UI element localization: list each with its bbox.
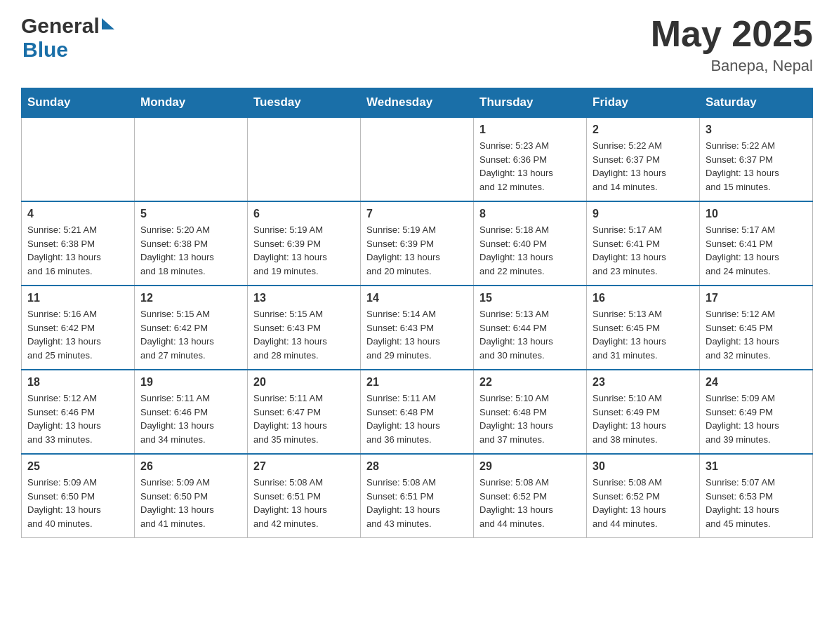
logo: General Blue <box>21 14 114 62</box>
day-number: 11 <box>27 292 128 304</box>
table-row: 14Sunrise: 5:14 AMSunset: 6:43 PMDayligh… <box>361 286 474 370</box>
day-number: 28 <box>366 460 468 473</box>
table-row: 30Sunrise: 5:08 AMSunset: 6:52 PMDayligh… <box>587 454 700 538</box>
title-area: May 2025 Banepa, Nepal <box>651 14 813 75</box>
table-row: 2Sunrise: 5:22 AMSunset: 6:37 PMDaylight… <box>587 117 700 201</box>
day-info: Sunrise: 5:22 AMSunset: 6:37 PMDaylight:… <box>593 139 694 194</box>
table-row: 20Sunrise: 5:11 AMSunset: 6:47 PMDayligh… <box>248 370 361 454</box>
day-info: Sunrise: 5:22 AMSunset: 6:37 PMDaylight:… <box>706 139 807 194</box>
day-info: Sunrise: 5:19 AMSunset: 6:39 PMDaylight:… <box>366 223 468 278</box>
month-title: May 2025 <box>651 14 813 54</box>
table-row <box>361 117 474 201</box>
day-info: Sunrise: 5:21 AMSunset: 6:38 PMDaylight:… <box>27 223 128 278</box>
day-number: 21 <box>366 376 468 389</box>
day-info: Sunrise: 5:18 AMSunset: 6:40 PMDaylight:… <box>479 223 581 278</box>
table-row: 18Sunrise: 5:12 AMSunset: 6:46 PMDayligh… <box>22 370 135 454</box>
col-saturday: Saturday <box>700 88 813 118</box>
calendar-week-row: 18Sunrise: 5:12 AMSunset: 6:46 PMDayligh… <box>22 370 813 454</box>
day-number: 20 <box>253 376 355 389</box>
calendar-week-row: 25Sunrise: 5:09 AMSunset: 6:50 PMDayligh… <box>22 454 813 538</box>
day-number: 14 <box>366 292 468 304</box>
table-row: 26Sunrise: 5:09 AMSunset: 6:50 PMDayligh… <box>135 454 248 538</box>
calendar-week-row: 11Sunrise: 5:16 AMSunset: 6:42 PMDayligh… <box>22 286 813 370</box>
table-row <box>22 117 135 201</box>
day-info: Sunrise: 5:16 AMSunset: 6:42 PMDaylight:… <box>27 307 128 362</box>
day-number: 19 <box>140 376 241 389</box>
day-number: 4 <box>27 208 128 220</box>
table-row <box>248 117 361 201</box>
day-info: Sunrise: 5:13 AMSunset: 6:45 PMDaylight:… <box>593 307 694 362</box>
day-info: Sunrise: 5:17 AMSunset: 6:41 PMDaylight:… <box>706 223 807 278</box>
table-row: 31Sunrise: 5:07 AMSunset: 6:53 PMDayligh… <box>700 454 813 538</box>
table-row: 22Sunrise: 5:10 AMSunset: 6:48 PMDayligh… <box>474 370 587 454</box>
calendar-table: Sunday Monday Tuesday Wednesday Thursday… <box>21 88 813 538</box>
day-info: Sunrise: 5:11 AMSunset: 6:46 PMDaylight:… <box>140 391 241 446</box>
day-number: 24 <box>706 376 807 389</box>
day-info: Sunrise: 5:17 AMSunset: 6:41 PMDaylight:… <box>593 223 694 278</box>
table-row: 12Sunrise: 5:15 AMSunset: 6:42 PMDayligh… <box>135 286 248 370</box>
day-number: 7 <box>366 208 468 220</box>
table-row: 19Sunrise: 5:11 AMSunset: 6:46 PMDayligh… <box>135 370 248 454</box>
table-row: 9Sunrise: 5:17 AMSunset: 6:41 PMDaylight… <box>587 201 700 286</box>
table-row: 27Sunrise: 5:08 AMSunset: 6:51 PMDayligh… <box>248 454 361 538</box>
day-number: 25 <box>27 460 128 473</box>
day-info: Sunrise: 5:11 AMSunset: 6:48 PMDaylight:… <box>366 391 468 446</box>
table-row: 8Sunrise: 5:18 AMSunset: 6:40 PMDaylight… <box>474 201 587 286</box>
table-row: 7Sunrise: 5:19 AMSunset: 6:39 PMDaylight… <box>361 201 474 286</box>
location: Banepa, Nepal <box>651 57 813 75</box>
day-number: 9 <box>593 208 694 220</box>
day-info: Sunrise: 5:09 AMSunset: 6:50 PMDaylight:… <box>27 476 128 530</box>
day-number: 8 <box>479 208 581 220</box>
day-number: 17 <box>706 292 807 304</box>
day-number: 1 <box>479 123 581 136</box>
day-info: Sunrise: 5:09 AMSunset: 6:49 PMDaylight:… <box>706 391 807 446</box>
col-friday: Friday <box>587 88 700 118</box>
day-info: Sunrise: 5:07 AMSunset: 6:53 PMDaylight:… <box>706 476 807 530</box>
day-info: Sunrise: 5:14 AMSunset: 6:43 PMDaylight:… <box>366 307 468 362</box>
day-number: 5 <box>140 208 241 220</box>
day-info: Sunrise: 5:12 AMSunset: 6:46 PMDaylight:… <box>27 391 128 446</box>
table-row: 21Sunrise: 5:11 AMSunset: 6:48 PMDayligh… <box>361 370 474 454</box>
day-info: Sunrise: 5:23 AMSunset: 6:36 PMDaylight:… <box>479 139 581 194</box>
day-number: 23 <box>593 376 694 389</box>
table-row: 15Sunrise: 5:13 AMSunset: 6:44 PMDayligh… <box>474 286 587 370</box>
day-number: 15 <box>479 292 581 304</box>
day-info: Sunrise: 5:09 AMSunset: 6:50 PMDaylight:… <box>140 476 241 530</box>
day-info: Sunrise: 5:12 AMSunset: 6:45 PMDaylight:… <box>706 307 807 362</box>
day-info: Sunrise: 5:08 AMSunset: 6:52 PMDaylight:… <box>593 476 694 530</box>
table-row: 10Sunrise: 5:17 AMSunset: 6:41 PMDayligh… <box>700 201 813 286</box>
day-info: Sunrise: 5:11 AMSunset: 6:47 PMDaylight:… <box>253 391 355 446</box>
day-number: 2 <box>593 123 694 136</box>
table-row: 16Sunrise: 5:13 AMSunset: 6:45 PMDayligh… <box>587 286 700 370</box>
day-info: Sunrise: 5:19 AMSunset: 6:39 PMDaylight:… <box>253 223 355 278</box>
logo-general-text: General <box>21 14 100 38</box>
logo-blue-text: Blue <box>22 38 114 62</box>
day-number: 29 <box>479 460 581 473</box>
table-row: 11Sunrise: 5:16 AMSunset: 6:42 PMDayligh… <box>22 286 135 370</box>
col-thursday: Thursday <box>474 88 587 118</box>
day-number: 27 <box>253 460 355 473</box>
table-row: 25Sunrise: 5:09 AMSunset: 6:50 PMDayligh… <box>22 454 135 538</box>
table-row: 1Sunrise: 5:23 AMSunset: 6:36 PMDaylight… <box>474 117 587 201</box>
day-number: 18 <box>27 376 128 389</box>
table-row: 28Sunrise: 5:08 AMSunset: 6:51 PMDayligh… <box>361 454 474 538</box>
col-sunday: Sunday <box>22 88 135 118</box>
day-info: Sunrise: 5:20 AMSunset: 6:38 PMDaylight:… <box>140 223 241 278</box>
day-number: 30 <box>593 460 694 473</box>
col-monday: Monday <box>135 88 248 118</box>
day-number: 22 <box>479 376 581 389</box>
day-info: Sunrise: 5:15 AMSunset: 6:43 PMDaylight:… <box>253 307 355 362</box>
page-header: General Blue May 2025 Banepa, Nepal <box>21 14 813 75</box>
day-number: 16 <box>593 292 694 304</box>
table-row: 29Sunrise: 5:08 AMSunset: 6:52 PMDayligh… <box>474 454 587 538</box>
calendar-header-row: Sunday Monday Tuesday Wednesday Thursday… <box>22 88 813 118</box>
day-number: 3 <box>706 123 807 136</box>
day-number: 6 <box>253 208 355 220</box>
day-number: 26 <box>140 460 241 473</box>
day-number: 31 <box>706 460 807 473</box>
day-number: 10 <box>706 208 807 220</box>
table-row: 6Sunrise: 5:19 AMSunset: 6:39 PMDaylight… <box>248 201 361 286</box>
day-info: Sunrise: 5:10 AMSunset: 6:48 PMDaylight:… <box>479 391 581 446</box>
day-info: Sunrise: 5:15 AMSunset: 6:42 PMDaylight:… <box>140 307 241 362</box>
table-row: 13Sunrise: 5:15 AMSunset: 6:43 PMDayligh… <box>248 286 361 370</box>
